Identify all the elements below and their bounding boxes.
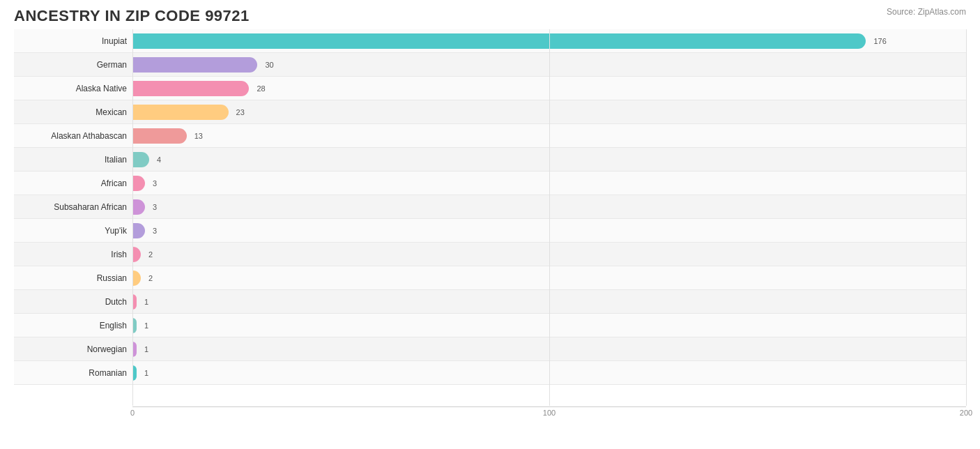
- bar-row: Dutch1: [14, 290, 966, 314]
- bar-fill: [132, 176, 145, 191]
- bar-value-label: 13: [194, 132, 203, 140]
- bar-label: Alaskan Athabascan: [14, 131, 132, 141]
- grid-line: [966, 29, 967, 406]
- bar-label: Dutch: [14, 297, 132, 307]
- bar-row: Norwegian1: [14, 337, 966, 361]
- bar-row: Russian2: [14, 266, 966, 290]
- bar-row: Italian4: [14, 148, 966, 172]
- grid-line: [132, 29, 133, 406]
- bar-label: English: [14, 321, 132, 330]
- bar-label: Inupiat: [14, 36, 132, 46]
- bar-label: Italian: [14, 155, 132, 165]
- bar-label: Subsaharan African: [14, 202, 132, 212]
- bar-row: African3: [14, 172, 966, 195]
- chart-area: Inupiat176German30Alaska Native28Mexican…: [14, 29, 966, 427]
- x-tick: 200: [960, 409, 972, 417]
- bar-fill: [132, 57, 257, 73]
- bar-label: Alaska Native: [14, 84, 132, 93]
- bar-fill: [132, 271, 141, 286]
- bar-row: Irish2: [14, 243, 966, 266]
- chart-title: ANCESTRY IN ZIP CODE 99721: [14, 7, 966, 25]
- bar-row: Inupiat176: [14, 29, 966, 53]
- bar-label: African: [14, 178, 132, 188]
- bars-section: Inupiat176German30Alaska Native28Mexican…: [14, 29, 966, 406]
- bar-value-label: 3: [153, 179, 157, 188]
- bar-value-label: 1: [144, 298, 148, 306]
- bar-value-label: 3: [153, 203, 157, 211]
- bar-row: Romanian1: [14, 361, 966, 385]
- bar-row: German30: [14, 53, 966, 77]
- bar-label: German: [14, 60, 132, 70]
- bar-fill: [132, 105, 229, 120]
- bar-value-label: 28: [257, 84, 265, 93]
- bar-value-label: 1: [144, 369, 148, 377]
- bar-value-label: 2: [148, 274, 153, 282]
- bar-label: Irish: [14, 250, 132, 259]
- source-label: Source: ZipAtlas.com: [887, 7, 966, 17]
- bar-fill: [132, 81, 249, 96]
- bar-fill: [132, 247, 141, 262]
- x-tick: 100: [543, 409, 556, 417]
- bar-label: Norwegian: [14, 344, 132, 354]
- bar-label: Yup'ik: [14, 226, 132, 236]
- bar-fill: [132, 33, 866, 49]
- bar-fill: [132, 128, 187, 144]
- x-axis: 0100200: [132, 406, 966, 427]
- bar-fill: [132, 199, 145, 215]
- bar-value-label: 4: [157, 155, 161, 164]
- bar-value-label: 23: [236, 108, 245, 116]
- bar-value-label: 30: [265, 61, 273, 69]
- bar-value-label: 3: [153, 227, 157, 235]
- bar-value-label: 2: [148, 250, 153, 259]
- bar-row: Mexican23: [14, 100, 966, 124]
- chart-container: ANCESTRY IN ZIP CODE 99721 Source: ZipAt…: [0, 0, 980, 449]
- bar-fill: [132, 223, 145, 238]
- bar-value-label: 1: [144, 321, 148, 330]
- bar-row: Subsaharan African3: [14, 195, 966, 219]
- bar-row: Yup'ik3: [14, 219, 966, 243]
- bar-row: Alaska Native28: [14, 77, 966, 100]
- bar-label: Russian: [14, 273, 132, 283]
- x-tick: 0: [130, 409, 135, 417]
- grid-line: [549, 29, 550, 406]
- bar-value-label: 176: [873, 37, 886, 45]
- bar-row: Alaskan Athabascan13: [14, 124, 966, 148]
- bar-fill: [132, 152, 149, 167]
- bar-row: English1: [14, 314, 966, 337]
- bar-label: Romanian: [14, 368, 132, 378]
- bar-value-label: 1: [144, 345, 148, 353]
- bar-label: Mexican: [14, 107, 132, 117]
